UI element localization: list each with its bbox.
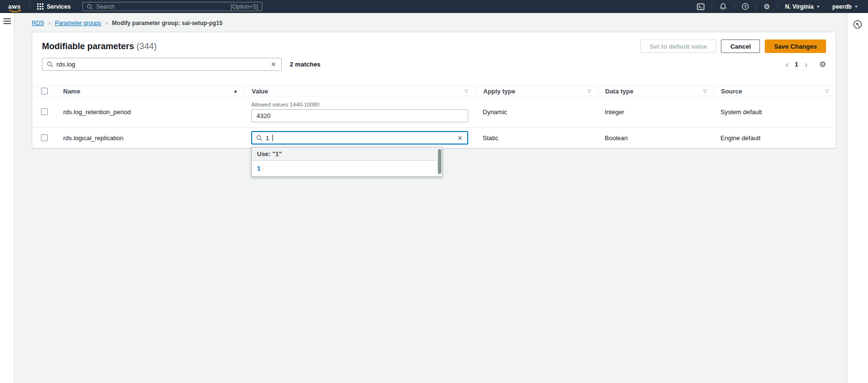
column-header-data-type[interactable]: Data type ▽ xyxy=(598,86,714,96)
right-sidebar-strip xyxy=(847,13,868,383)
dropdown-use-entered-value-item[interactable]: Use: "1" xyxy=(252,147,437,161)
table-preferences-gear-icon[interactable]: ⚙ xyxy=(819,61,826,68)
page-title-text: Modifiable parameters xyxy=(42,41,134,51)
column-label: Apply type xyxy=(483,88,515,95)
filter-icon[interactable]: ▽ xyxy=(587,89,591,94)
chevron-down-icon: ▼ xyxy=(816,5,820,8)
parameters-table: Name ▲ Value ▽ Apply type ▽ xyxy=(32,86,836,148)
current-page-number[interactable]: 1 xyxy=(793,61,800,68)
set-to-default-button[interactable]: Set to default value xyxy=(640,40,716,53)
next-page-icon[interactable]: › xyxy=(801,60,810,69)
search-icon xyxy=(256,135,262,141)
pagination: ‹ 1 › ⚙ xyxy=(783,60,826,69)
help-button[interactable]: ? xyxy=(735,0,755,13)
nav-divider xyxy=(777,3,778,11)
match-count: 2 matches xyxy=(290,61,321,68)
header-checkbox-cell xyxy=(32,86,56,96)
table-row: rds.logical_replication 1 × xyxy=(32,128,836,148)
hamburger-menu-icon[interactable] xyxy=(3,18,11,24)
side-panel-icon xyxy=(853,20,862,29)
source-value: Engine default xyxy=(720,134,760,142)
column-label: Name xyxy=(63,88,80,95)
filter-icon[interactable]: ▽ xyxy=(464,89,468,94)
row-checkbox[interactable] xyxy=(41,108,48,115)
filter-row: rds.log × 2 matches ‹ 1 › ⚙ xyxy=(32,54,836,71)
sort-ascending-icon[interactable]: ▲ xyxy=(233,89,238,93)
column-header-apply-type[interactable]: Apply type ▽ xyxy=(476,86,598,96)
previous-page-icon[interactable]: ‹ xyxy=(783,60,791,69)
account-menu[interactable]: peerdb ▼ xyxy=(826,3,864,10)
dropdown-option-1[interactable]: 1 xyxy=(252,161,437,176)
modifiable-parameters-card: Modifiable parameters(344) Set to defaul… xyxy=(32,32,836,148)
retention-period-value-input[interactable] xyxy=(251,109,468,122)
cloudshell-button[interactable] xyxy=(691,0,711,13)
nav-divider xyxy=(712,3,712,11)
cancel-button[interactable]: Cancel xyxy=(721,40,760,53)
nav-divider xyxy=(734,3,734,11)
top-navigation-bar: aws Services Search [Option+S] xyxy=(0,0,868,13)
cloudshell-icon xyxy=(697,3,705,10)
apply-type-value: Dynamic xyxy=(483,108,507,116)
filter-icon[interactable]: ▽ xyxy=(703,89,707,94)
filter-icon[interactable]: ▽ xyxy=(825,89,829,94)
combobox-query-text: 1 xyxy=(266,134,269,142)
apply-type-value: Static xyxy=(483,134,499,142)
side-panel-button[interactable] xyxy=(853,20,862,29)
content-frame: RDS › Parameter groups › Modify paramete… xyxy=(0,13,868,383)
source-value: System default xyxy=(720,108,762,116)
data-type-value: Integer xyxy=(605,108,624,116)
parameter-name-cell: rds.log_retention_period xyxy=(56,108,244,116)
help-icon: ? xyxy=(742,3,749,10)
apply-type-cell: Dynamic xyxy=(476,108,598,116)
nav-divider xyxy=(29,3,30,11)
services-menu[interactable]: Services xyxy=(31,0,77,13)
nav-divider xyxy=(756,3,757,11)
breadcrumb-link-parameter-groups[interactable]: Parameter groups xyxy=(55,20,101,26)
clear-filter-icon[interactable]: × xyxy=(270,60,277,68)
save-changes-button[interactable]: Save Changes xyxy=(765,40,826,53)
data-type-cell: Integer xyxy=(598,108,714,116)
region-label: N. Virginia xyxy=(785,3,814,10)
logical-replication-value-combobox[interactable]: 1 × xyxy=(251,131,468,145)
parameter-value-cell: Allowed values 1440-10080 xyxy=(244,102,476,122)
source-cell: Engine default xyxy=(714,134,836,142)
dropdown-scrollbar-thumb[interactable] xyxy=(438,149,441,174)
dropdown-scrollbar[interactable] xyxy=(437,147,442,176)
parameter-filter-input[interactable]: rds.log × xyxy=(42,58,282,71)
source-cell: System default xyxy=(714,108,836,116)
clear-combobox-icon[interactable]: × xyxy=(457,134,463,142)
column-header-source[interactable]: Source ▽ xyxy=(714,86,836,96)
bell-icon xyxy=(719,3,727,10)
data-type-cell: Boolean xyxy=(598,134,714,142)
column-header-value[interactable]: Value ▽ xyxy=(244,86,476,96)
row-checkbox[interactable] xyxy=(41,134,48,141)
settings-gear-icon: ⚙ xyxy=(764,3,770,10)
allowed-values-hint: Allowed values 1440-10080 xyxy=(251,102,468,107)
text-cursor xyxy=(272,134,273,141)
table-row: rds.log_retention_period Allowed values … xyxy=(32,96,836,128)
region-selector[interactable]: N. Virginia ▼ xyxy=(779,3,826,10)
breadcrumb-separator-icon: › xyxy=(48,19,50,26)
column-label: Data type xyxy=(605,88,634,95)
global-search-input[interactable]: Search [Option+S] xyxy=(82,2,262,11)
table-header-row: Name ▲ Value ▽ Apply type ▽ xyxy=(32,86,836,96)
select-all-checkbox[interactable] xyxy=(41,88,48,94)
column-label: Source xyxy=(721,88,742,95)
notifications-button[interactable] xyxy=(713,0,733,13)
aws-logo[interactable]: aws xyxy=(8,3,22,10)
chevron-down-icon: ▼ xyxy=(854,5,858,8)
value-options-dropdown: Use: "1" 1 xyxy=(251,147,442,177)
card-header: Modifiable parameters(344) Set to defaul… xyxy=(32,32,836,54)
filter-query-text: rds.log xyxy=(56,61,267,68)
row-checkbox-cell xyxy=(32,108,56,115)
column-header-name[interactable]: Name ▲ xyxy=(56,86,244,96)
parameter-value-cell: 1 × Use: "1" 1 xyxy=(244,131,476,145)
account-label: peerdb xyxy=(832,3,852,10)
parameter-count: (344) xyxy=(136,41,157,51)
breadcrumb-link-rds[interactable]: RDS xyxy=(32,20,44,26)
left-sidebar-strip xyxy=(0,13,14,383)
settings-button[interactable]: ⚙ xyxy=(758,0,776,13)
row-checkbox-cell xyxy=(32,134,56,141)
search-shortcut-hint: [Option+S] xyxy=(231,3,258,10)
services-grid-icon xyxy=(37,3,43,10)
